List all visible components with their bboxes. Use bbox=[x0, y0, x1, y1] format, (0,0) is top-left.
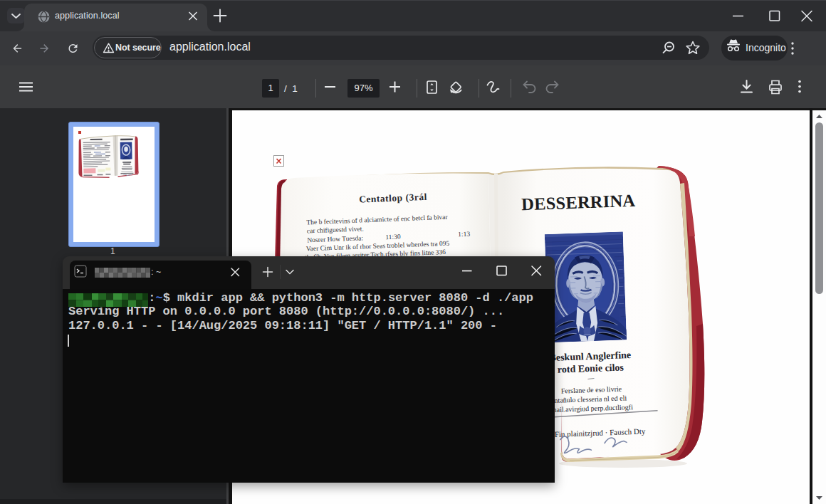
svg-text:DESSERRINA: DESSERRINA bbox=[521, 191, 636, 214]
svg-text:1:13: 1:13 bbox=[458, 231, 471, 238]
svg-text:11:30: 11:30 bbox=[385, 233, 401, 241]
svg-text:—: — bbox=[587, 374, 595, 382]
